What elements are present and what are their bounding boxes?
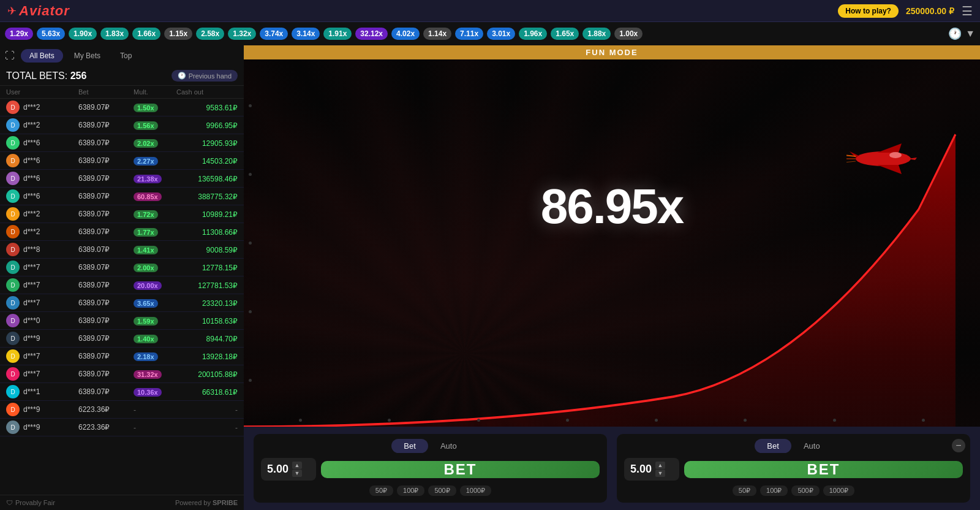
tab-all-bets[interactable]: All Bets	[21, 49, 63, 63]
user-cell: D d***2	[6, 225, 78, 238]
mult-cell: 1.77x	[134, 226, 176, 237]
quick-100-2[interactable]: 100₽	[760, 485, 788, 496]
cashout-cell: -	[176, 422, 238, 433]
cashout-value: 200105.88₽	[198, 370, 238, 379]
left-footer: 🛡 Provably Fair Powered by SPRIBE	[0, 495, 244, 510]
cashout-value: 14503.20₽	[202, 157, 238, 166]
cashout-value: 388775.32₽	[198, 192, 238, 201]
cashout-cell: 12905.93₽	[176, 137, 238, 148]
bet-amount: 6389.07₽	[78, 387, 134, 396]
mult-badge-8[interactable]: 3.74x	[260, 28, 288, 40]
close-section-button[interactable]: −	[952, 439, 965, 452]
bet-amount: 6389.07₽	[78, 370, 134, 378]
mult-cell: 60.85x	[134, 191, 176, 202]
table-row: D d***6 6389.07₽ 2.27x 14503.20₽	[0, 152, 244, 170]
mult-cell: 1.50x	[134, 102, 176, 113]
mult-badge-11[interactable]: 32.12x	[355, 28, 388, 40]
table-row: D d***7 6389.07₽ 20.00x 127781.53₽	[0, 276, 244, 294]
mult-badge-1[interactable]: 5.63x	[37, 28, 65, 40]
cashout-value: 23320.13₽	[202, 299, 238, 308]
mult-badge-3[interactable]: 1.83x	[100, 28, 129, 40]
mult-badge-6[interactable]: 2.58x	[196, 28, 224, 40]
quick-1000-1[interactable]: 1000₽	[460, 485, 491, 496]
table-row: D d***6 6389.07₽ 60.85x 388775.32₽	[0, 188, 244, 205]
mult-cell: 3.65x	[134, 297, 176, 308]
bet-controls-2: 5.00 ▲ ▼ BET	[624, 458, 963, 481]
mult-badge-9[interactable]: 3.14x	[292, 28, 320, 40]
bet-amount: 6223.36₽	[78, 405, 134, 414]
previous-hand-button[interactable]: 🕐 Previous hand	[172, 70, 238, 82]
logo-text: Aviator	[19, 3, 70, 19]
step-up-1[interactable]: ▲	[292, 462, 302, 469]
mult-badge-2[interactable]: 1.90x	[69, 28, 97, 40]
cashout-cell: 10158.63₽	[176, 315, 238, 326]
auto-tab-2[interactable]: Auto	[791, 439, 832, 453]
avatar: D	[6, 349, 20, 363]
expand-icon[interactable]: ⛶	[5, 50, 15, 61]
quick-100-1[interactable]: 100₽	[397, 485, 424, 496]
mult-badge-17[interactable]: 1.65x	[551, 28, 579, 40]
cashout-cell: 9966.95₽	[176, 120, 238, 131]
menu-icon[interactable]: ☰	[962, 4, 973, 18]
mult-badge-16[interactable]: 1.96x	[519, 28, 547, 40]
tab-my-bets[interactable]: My Bets	[66, 49, 109, 63]
bet-tab-1[interactable]: Bet	[391, 439, 428, 453]
mult-badge-4[interactable]: 1.66x	[132, 28, 160, 40]
tab-top[interactable]: Top	[111, 49, 140, 63]
user-cell: D d***7	[6, 278, 78, 292]
bet-amount: 6389.07₽	[78, 174, 134, 183]
bet-amount: 6389.07₽	[78, 192, 134, 200]
mult-cell: 31.32x	[134, 368, 176, 379]
total-bets-label: TOTAL BETS: 256	[6, 70, 86, 82]
quick-50-1[interactable]: 50₽	[369, 485, 393, 496]
mult-cell: -	[134, 404, 176, 415]
avatar: D	[6, 189, 20, 203]
mult-badge-5[interactable]: 1.15x	[164, 28, 192, 40]
step-up-2[interactable]: ▲	[655, 462, 665, 469]
step-down-1[interactable]: ▼	[292, 470, 302, 477]
bet-amount: 6389.07₽	[78, 245, 134, 254]
quick-50-2[interactable]: 50₽	[733, 485, 756, 496]
bet-amount: 6389.07₽	[78, 210, 134, 218]
mult-pill: 2.27x	[134, 157, 158, 166]
cashout-value: 136598.46₽	[198, 175, 238, 183]
bet-tabs-1: Bet Auto	[261, 439, 600, 453]
mult-badge-0[interactable]: 1.29x	[5, 28, 33, 40]
auto-tab-1[interactable]: Auto	[428, 439, 469, 453]
mult-pill: 1.59x	[134, 317, 158, 325]
quick-500-2[interactable]: 500₽	[791, 485, 819, 496]
bet-tab-2[interactable]: Bet	[755, 439, 791, 453]
mult-badge-18[interactable]: 1.88x	[582, 28, 611, 40]
user-cell: D d***7	[6, 367, 78, 381]
mult-badge-10[interactable]: 1.91x	[323, 28, 352, 40]
left-panel: ⛶ All Bets My Bets Top TOTAL BETS: 256 🕐…	[0, 45, 244, 510]
mult-cell: 2.02x	[134, 137, 176, 148]
bets-list: D d***2 6389.07₽ 1.50x 9583.61₽ D d***2 …	[0, 99, 244, 495]
quick-500-1[interactable]: 500₽	[428, 485, 456, 496]
username: d***7	[23, 263, 40, 272]
cashout-value: 13928.18₽	[202, 352, 238, 361]
mult-pill: 10.36x	[134, 388, 162, 397]
history-button[interactable]: 🕐	[948, 27, 962, 40]
bet-stepper-2: ▲ ▼	[655, 462, 665, 477]
step-down-2[interactable]: ▼	[655, 470, 665, 477]
quick-1000-2[interactable]: 1000₽	[823, 485, 854, 496]
mult-badge-12[interactable]: 4.02x	[391, 28, 420, 40]
mult-badge-15[interactable]: 3.01x	[487, 28, 515, 40]
table-row: D d***7 6389.07₽ 3.65x 23320.13₽	[0, 294, 244, 312]
user-cell: D d***7	[6, 349, 78, 363]
how-to-play-button[interactable]: How to play?	[838, 4, 899, 18]
bet-button-1[interactable]: BET	[321, 461, 600, 478]
mult-badge-19[interactable]: 1.00x	[614, 28, 643, 40]
bet-tabs-2: Bet Auto	[624, 439, 963, 453]
mult-badge-13[interactable]: 1.14x	[423, 28, 451, 40]
mult-badge-7[interactable]: 1.32x	[228, 28, 256, 40]
chevron-down-icon[interactable]: ▼	[965, 28, 975, 39]
mult-pill: 2.02x	[134, 139, 158, 148]
user-cell: D d***6	[6, 136, 78, 150]
dot	[655, 419, 658, 422]
bet-button-2[interactable]: BET	[684, 461, 963, 478]
cashout-cell: 66318.61₽	[176, 386, 238, 397]
mult-badge-14[interactable]: 7.11x	[455, 28, 483, 40]
cashout-dash: -	[235, 406, 238, 414]
